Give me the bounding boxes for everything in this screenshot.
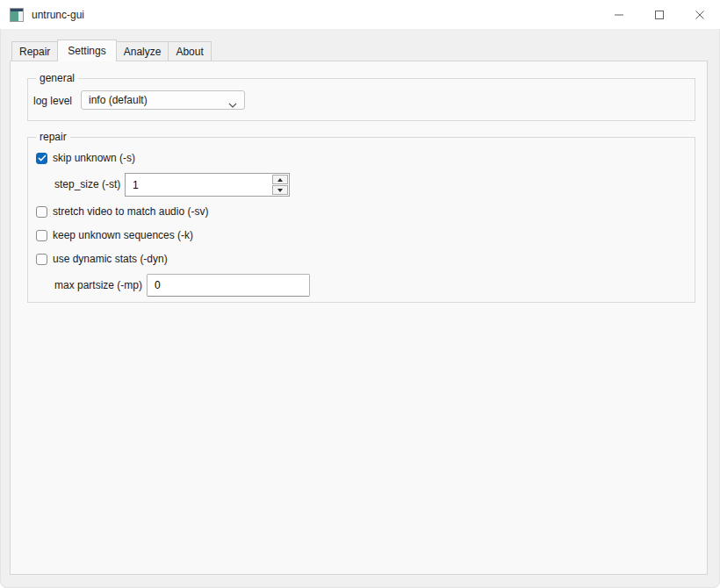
keep-unknown-label: keep unknown sequences (-k) (53, 229, 193, 241)
spin-down-button[interactable] (272, 185, 288, 195)
maximize-button[interactable] (639, 0, 680, 29)
app-window: untrunc-gui Repair (0, 0, 720, 588)
repair-group-title: repair (36, 131, 70, 143)
window-title: untrunc-gui (32, 9, 84, 21)
step-size-label: step_size (-st) (54, 178, 120, 190)
stretch-video-checkbox[interactable] (36, 206, 47, 218)
general-group-title: general (36, 72, 78, 84)
general-groupbox: general log level info (default) (27, 78, 695, 121)
keep-unknown-row: keep unknown sequences (-k) (36, 229, 193, 241)
max-partsize-field (147, 274, 310, 297)
tab-bar: Repair Settings Analyze About (11, 39, 211, 61)
dynamic-stats-label: use dynamic stats (-dyn) (53, 253, 168, 265)
skip-unknown-row: skip unknown (-s) (36, 152, 135, 164)
minimize-button[interactable] (599, 0, 639, 29)
minimize-icon (614, 10, 624, 20)
tab-about-label: About (176, 46, 203, 58)
tab-settings[interactable]: Settings (57, 39, 116, 61)
repair-groupbox: repair skip unknown (-s) step_size (-st) (27, 137, 695, 303)
log-level-label: log level (33, 95, 72, 107)
close-icon (695, 10, 705, 20)
tab-analyze[interactable]: Analyze (116, 41, 169, 61)
dynamic-stats-checkbox[interactable] (36, 254, 47, 265)
spin-up-button[interactable] (272, 175, 288, 184)
arrow-down-icon (277, 189, 283, 192)
maximize-icon (654, 10, 665, 20)
window-controls (599, 0, 720, 29)
dynamic-stats-row: use dynamic stats (-dyn) (36, 253, 168, 265)
tab-analyze-label: Analyze (124, 46, 162, 58)
skip-unknown-label: skip unknown (-s) (53, 152, 135, 164)
tab-about[interactable]: About (168, 41, 211, 61)
step-size-input[interactable] (126, 174, 271, 196)
app-icon (10, 8, 24, 22)
keep-unknown-checkbox[interactable] (36, 230, 47, 241)
stretch-video-label: stretch video to match audio (-sv) (53, 205, 208, 218)
chevron-down-icon (228, 98, 237, 111)
close-button[interactable] (680, 0, 720, 29)
title-bar: untrunc-gui (0, 0, 720, 29)
log-level-combobox[interactable]: info (default) (81, 90, 245, 110)
settings-pane: general log level info (default) repair (10, 61, 708, 575)
tab-repair-label: Repair (19, 46, 50, 58)
stretch-video-row: stretch video to match audio (-sv) (36, 205, 208, 218)
arrow-up-icon (277, 178, 283, 182)
checkmark-icon (38, 154, 47, 161)
step-size-spinbox (125, 173, 290, 197)
tab-settings-label: Settings (68, 45, 105, 57)
tab-repair[interactable]: Repair (11, 41, 58, 61)
max-partsize-label: max partsize (-mp) (54, 279, 142, 291)
log-level-value: info (default) (89, 94, 148, 106)
skip-unknown-checkbox[interactable] (36, 153, 47, 164)
max-partsize-input[interactable] (148, 275, 309, 296)
step-size-spin-buttons (271, 174, 289, 196)
